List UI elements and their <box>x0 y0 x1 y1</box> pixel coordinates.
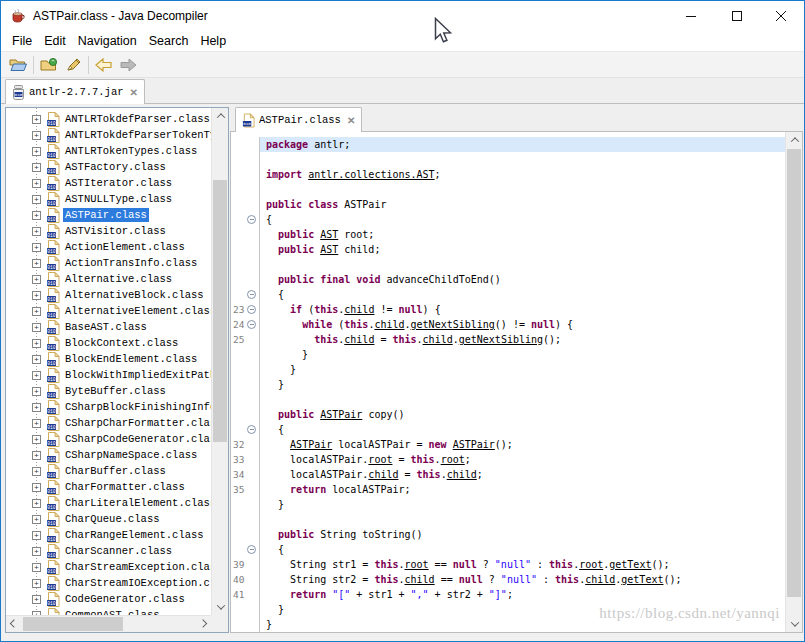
expand-plus-icon[interactable]: + <box>32 467 41 476</box>
back-icon[interactable] <box>92 53 116 76</box>
code-editor[interactable]: package antlr;import antlr.collections.A… <box>230 132 803 633</box>
tree-item[interactable]: +010ANTLRTokdefParserTokenTypes.class <box>6 127 211 143</box>
expand-plus-icon[interactable]: + <box>32 419 41 428</box>
code-link[interactable]: root <box>441 454 465 465</box>
tree-item[interactable]: +010CharStreamIOException.class <box>6 575 211 591</box>
expand-plus-icon[interactable]: + <box>32 179 41 188</box>
scroll-left-icon[interactable] <box>6 616 22 633</box>
expand-plus-icon[interactable]: + <box>32 291 41 300</box>
expand-plus-icon[interactable]: + <box>32 531 41 540</box>
tree-item[interactable]: +010Alternative.class <box>6 271 211 287</box>
code-link[interactable]: root <box>579 559 603 570</box>
tree-item[interactable]: +010CodeGenerator.class <box>6 591 211 607</box>
code-link[interactable]: getText <box>609 559 651 570</box>
tree-item[interactable]: +010CharFormatter.class <box>6 479 211 495</box>
expand-plus-icon[interactable]: + <box>32 547 41 556</box>
tree-item[interactable]: +010ActionTransInfo.class <box>6 255 211 271</box>
scroll-right-icon[interactable] <box>195 616 211 633</box>
code-link[interactable]: child <box>344 334 374 345</box>
code-link[interactable]: child <box>585 574 615 585</box>
tab-close-icon[interactable]: ✕ <box>128 87 138 98</box>
tree-item[interactable]: +010CharBuffer.class <box>6 463 211 479</box>
code-link[interactable]: ASTPair <box>290 439 332 450</box>
tree-item[interactable]: +010BlockContext.class <box>6 335 211 351</box>
expand-plus-icon[interactable]: + <box>32 579 41 588</box>
code-link[interactable]: child <box>423 334 453 345</box>
code-link[interactable]: getText <box>621 574 663 585</box>
tree-item[interactable]: +010CSharpCharFormatter.class <box>6 415 211 431</box>
expand-plus-icon[interactable]: + <box>32 483 41 492</box>
expand-plus-icon[interactable]: + <box>32 211 41 220</box>
expand-plus-icon[interactable]: + <box>32 275 41 284</box>
expand-plus-icon[interactable]: + <box>32 259 41 268</box>
expand-plus-icon[interactable]: + <box>32 595 41 604</box>
code-link[interactable]: child <box>405 574 435 585</box>
expand-plus-icon[interactable]: + <box>32 339 41 348</box>
tree-item[interactable]: +010ANTLRTokdefParser.class <box>6 111 211 127</box>
code-link[interactable]: ASTPair <box>320 409 362 420</box>
tree-item[interactable]: +010CharRangeElement.class <box>6 527 211 543</box>
expand-plus-icon[interactable]: + <box>32 307 41 316</box>
code-link[interactable]: child <box>374 319 404 330</box>
expand-plus-icon[interactable]: + <box>32 195 41 204</box>
tree-item[interactable]: +010CSharpNameSpace.class <box>6 447 211 463</box>
tree-hscroll-thumb[interactable] <box>23 617 123 631</box>
code-link[interactable]: child <box>368 469 398 480</box>
tree-vscroll-thumb[interactable] <box>213 180 227 442</box>
code-link[interactable]: root <box>368 454 392 465</box>
tree-item[interactable]: +010ANTLRTokenTypes.class <box>6 143 211 159</box>
expand-plus-icon[interactable]: + <box>32 403 41 412</box>
tree-item[interactable]: +010ASTVisitor.class <box>6 223 211 239</box>
code-link[interactable]: child <box>344 304 374 315</box>
editor-vertical-scrollbar[interactable] <box>785 132 802 632</box>
menu-search[interactable]: Search <box>143 32 195 50</box>
tree-item[interactable]: +010AlternativeBlock.class <box>6 287 211 303</box>
fold-collapse-icon[interactable] <box>247 545 256 554</box>
menu-file[interactable]: File <box>6 32 38 50</box>
expand-plus-icon[interactable]: + <box>32 515 41 524</box>
search-icon[interactable] <box>61 53 85 76</box>
fold-collapse-icon[interactable] <box>247 290 256 299</box>
code-link[interactable]: getNextSibling <box>459 334 543 345</box>
expand-plus-icon[interactable]: + <box>32 243 41 252</box>
tree-item[interactable]: +010CharQueue.class <box>6 511 211 527</box>
tree-item[interactable]: +010CharStreamException.class <box>6 559 211 575</box>
expand-plus-icon[interactable]: + <box>32 147 41 156</box>
tree-item[interactable]: +010CommonAST.class <box>6 607 211 615</box>
scroll-down-icon[interactable] <box>212 599 229 615</box>
fold-collapse-icon[interactable] <box>247 425 256 434</box>
tree-item[interactable]: +010CharScanner.class <box>6 543 211 559</box>
tree-item[interactable]: +010CSharpCodeGenerator.class <box>6 431 211 447</box>
fold-collapse-icon[interactable] <box>247 320 256 329</box>
expand-plus-icon[interactable]: + <box>32 435 41 444</box>
close-button[interactable] <box>759 1 804 31</box>
scroll-up-icon[interactable] <box>786 132 803 148</box>
expand-plus-icon[interactable]: + <box>32 355 41 364</box>
expand-plus-icon[interactable]: + <box>32 323 41 332</box>
fold-collapse-icon[interactable] <box>247 215 256 224</box>
code-link[interactable]: getNextSibling <box>411 319 495 330</box>
tree-horizontal-scrollbar[interactable] <box>6 615 211 632</box>
expand-plus-icon[interactable]: + <box>32 227 41 236</box>
scroll-up-icon[interactable] <box>212 108 229 124</box>
tab-astpair-class[interactable]: 010 ASTPair.class ✕ <box>235 107 362 132</box>
menu-navigation[interactable]: Navigation <box>72 32 143 50</box>
tree-vertical-scrollbar[interactable] <box>211 108 228 615</box>
tree-item[interactable]: +010ASTIterator.class <box>6 175 211 191</box>
code-link[interactable]: antlr.collections.AST <box>308 169 434 180</box>
tree-item[interactable]: +010ASTFactory.class <box>6 159 211 175</box>
code-link[interactable]: ASTPair <box>453 439 495 450</box>
tree-item[interactable]: +010ActionElement.class <box>6 239 211 255</box>
expand-plus-icon[interactable]: + <box>32 371 41 380</box>
code-link[interactable]: AST <box>320 229 338 240</box>
tree-item[interactable]: +010ASTPair.class <box>6 207 211 223</box>
expand-plus-icon[interactable]: + <box>32 163 41 172</box>
expand-plus-icon[interactable]: + <box>32 563 41 572</box>
expand-plus-icon[interactable]: + <box>32 499 41 508</box>
code-link[interactable]: AST <box>320 244 338 255</box>
minimize-button[interactable] <box>669 1 714 31</box>
tree-item[interactable]: +010BaseAST.class <box>6 319 211 335</box>
editor-vscroll-thumb[interactable] <box>787 149 801 597</box>
open-type-icon[interactable] <box>37 53 61 76</box>
maximize-button[interactable] <box>714 1 759 31</box>
